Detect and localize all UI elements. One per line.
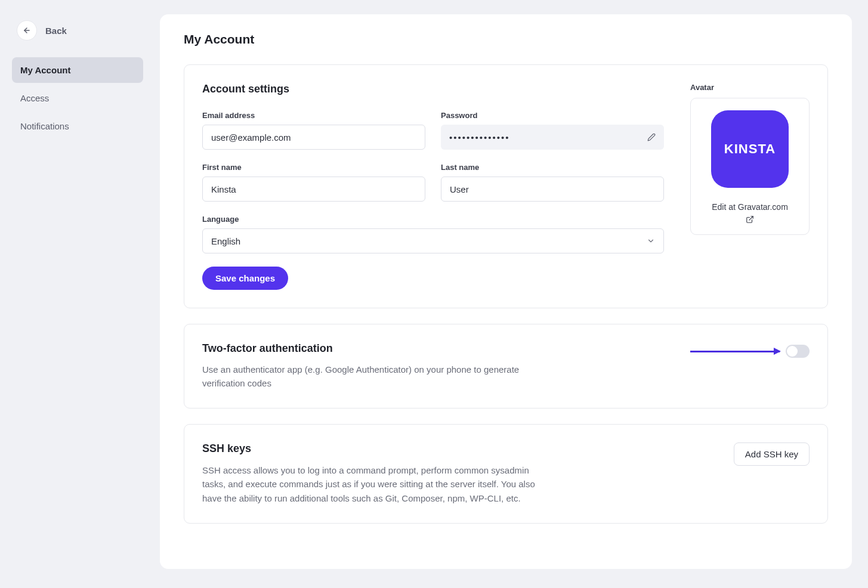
add-ssh-key-button[interactable]: Add SSH key bbox=[734, 442, 810, 466]
external-link-icon bbox=[746, 215, 754, 224]
arrow-left-icon bbox=[23, 26, 31, 35]
avatar-label: Avatar bbox=[690, 83, 810, 92]
back-row: Back bbox=[12, 14, 143, 57]
edit-password-icon[interactable] bbox=[647, 133, 656, 141]
avatar-card: KINSTA Edit at Gravatar.com bbox=[690, 98, 810, 235]
email-field[interactable] bbox=[202, 125, 425, 150]
lastname-label: Last name bbox=[441, 163, 664, 172]
ssh-keys-description: SSH access allows you to log into a comm… bbox=[202, 463, 548, 505]
page-title: My Account bbox=[184, 32, 828, 47]
two-factor-toggle-area bbox=[690, 342, 810, 358]
ssh-keys-card: SSH keys SSH access allows you to log in… bbox=[184, 424, 828, 524]
firstname-label: First name bbox=[202, 163, 425, 172]
sidebar: Back My Account Access Notifications bbox=[12, 14, 143, 569]
svg-line-1 bbox=[749, 216, 753, 220]
ssh-keys-heading: SSH keys bbox=[202, 442, 548, 455]
password-mask: •••••••••••••• bbox=[449, 132, 510, 143]
language-select[interactable]: English bbox=[202, 228, 664, 253]
sidebar-item-my-account[interactable]: My Account bbox=[12, 57, 143, 83]
two-factor-toggle[interactable] bbox=[786, 345, 810, 358]
two-factor-description: Use an authenticator app (e.g. Google Au… bbox=[202, 363, 536, 390]
two-factor-heading: Two-factor authentication bbox=[202, 342, 536, 355]
language-value: English bbox=[211, 236, 240, 246]
password-field: •••••••••••••• bbox=[441, 125, 664, 150]
lastname-field[interactable] bbox=[441, 177, 664, 202]
sidebar-item-notifications[interactable]: Notifications bbox=[12, 113, 143, 139]
firstname-field[interactable] bbox=[202, 177, 425, 202]
account-settings-card: Account settings Email address Password … bbox=[184, 64, 828, 308]
back-button[interactable] bbox=[17, 20, 37, 41]
chevron-down-icon bbox=[647, 237, 655, 245]
avatar: KINSTA bbox=[711, 110, 789, 188]
password-label: Password bbox=[441, 111, 664, 120]
gravatar-link[interactable]: Edit at Gravatar.com bbox=[712, 202, 788, 224]
sidebar-item-access[interactable]: Access bbox=[12, 85, 143, 111]
save-changes-button[interactable]: Save changes bbox=[202, 267, 288, 290]
two-factor-card: Two-factor authentication Use an authent… bbox=[184, 324, 828, 408]
annotation-arrow bbox=[690, 351, 780, 352]
account-settings-heading: Account settings bbox=[202, 83, 664, 95]
back-label: Back bbox=[45, 26, 67, 36]
email-label: Email address bbox=[202, 111, 425, 120]
main-panel: My Account Account settings Email addres… bbox=[160, 14, 852, 569]
language-label: Language bbox=[202, 215, 664, 224]
